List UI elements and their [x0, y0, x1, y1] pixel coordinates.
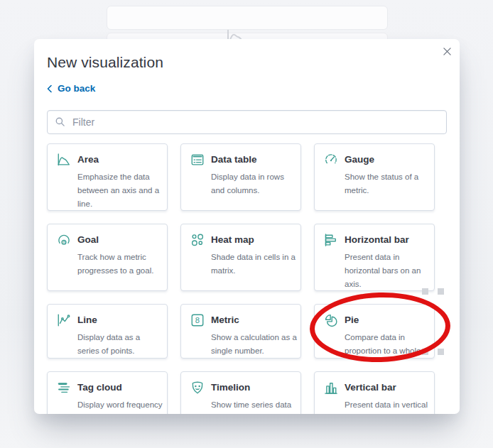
card-title: Timelion — [211, 381, 298, 394]
card-heat-map[interactable]: Heat mapShade data in cells in a matrix. — [180, 224, 301, 291]
card-title: Goal — [77, 234, 164, 246]
card-line[interactable]: LineDisplay data as a series of points. — [47, 304, 168, 359]
card-description: Emphasize the data between an axis and a… — [77, 170, 164, 211]
card-text: MetricShow a calculation as a single num… — [211, 314, 298, 358]
card-description: Shade data in cells in a matrix. — [211, 251, 298, 278]
card-data-table[interactable]: Data tableDisplay data in rows and colum… — [180, 143, 301, 211]
go-back-link[interactable]: Go back — [47, 83, 95, 94]
line-icon — [57, 313, 71, 327]
metric-icon: 8 — [190, 313, 205, 327]
card-goal[interactable]: 8GoalTrack how a metric progresses to a … — [47, 224, 168, 291]
card-title: Gauge — [345, 153, 431, 166]
vis-type-grid: AreaEmphasize the data between an axis a… — [47, 143, 435, 415]
filter-field-wrap — [47, 110, 447, 134]
goal-icon: 8 — [57, 233, 71, 247]
card-description: Display data as a series of points. — [77, 331, 164, 358]
card-description: Compare data in proportion to a whole. — [345, 331, 431, 358]
card-text: Heat mapShade data in cells in a matrix. — [211, 234, 298, 278]
card-area[interactable]: AreaEmphasize the data between an axis a… — [47, 143, 168, 211]
card-text: GoalTrack how a metric progresses to a g… — [77, 234, 164, 278]
annotation-handle-square — [422, 349, 428, 355]
card-description: Show the status of a metric. — [345, 170, 431, 197]
card-tag-cloud[interactable]: Tag cloudDisplay word frequency with fon… — [47, 371, 168, 415]
card-title: Line — [77, 314, 164, 327]
card-title: Metric — [211, 314, 298, 327]
card-description: Show a calculation as a single number. — [211, 331, 298, 358]
background-page-card — [107, 6, 388, 30]
card-description: Present data in vertical bars on an axis… — [345, 398, 431, 415]
new-visualization-modal: New visualization Go back AreaEmphasize … — [34, 39, 460, 414]
card-description: Display data in rows and columns. — [211, 170, 298, 197]
card-title: Tag cloud — [77, 381, 164, 394]
heat-map-icon — [190, 233, 205, 247]
card-text: AreaEmphasize the data between an axis a… — [77, 153, 164, 211]
card-title: Data table — [211, 153, 298, 166]
card-title: Heat map — [211, 234, 298, 246]
card-gauge[interactable]: GaugeShow the status of a metric. — [314, 143, 435, 211]
area-icon — [57, 153, 71, 167]
card-text: GaugeShow the status of a metric. — [345, 153, 431, 197]
annotation-handle-square — [438, 349, 444, 355]
card-text: Tag cloudDisplay word frequency with fon… — [77, 381, 164, 415]
card-description: Track how a metric progresses to a goal. — [77, 251, 164, 278]
card-vertical-bar[interactable]: Vertical barPresent data in vertical bar… — [314, 371, 435, 415]
card-description: Display word frequency with font size. — [77, 398, 164, 415]
chevron-left-icon — [47, 84, 53, 93]
pie-icon — [324, 313, 338, 327]
card-pie[interactable]: PieCompare data in proportion to a whole… — [314, 304, 435, 359]
card-horizontal-bar[interactable]: Horizontal barPresent data in horizontal… — [314, 224, 435, 291]
card-text: Data tableDisplay data in rows and colum… — [211, 153, 298, 197]
go-back-label: Go back — [58, 83, 95, 94]
data-table-icon — [190, 153, 205, 167]
card-timelion[interactable]: TimelionShow time series data on a graph… — [180, 371, 301, 415]
horizontal-bar-icon — [324, 233, 338, 247]
annotation-handle-square — [422, 288, 428, 295]
tag-cloud-icon — [57, 381, 71, 395]
close-icon[interactable] — [440, 45, 453, 58]
vertical-bar-icon — [324, 381, 338, 395]
card-description: Present data in horizontal bars on an ax… — [345, 251, 431, 291]
card-text: TimelionShow time series data on a graph… — [211, 381, 298, 415]
timelion-icon — [190, 381, 205, 395]
gauge-icon — [324, 153, 338, 167]
card-text: LineDisplay data as a series of points. — [77, 314, 164, 358]
page-title: New visualization — [47, 54, 447, 71]
svg-text:8: 8 — [63, 240, 65, 244]
card-title: Pie — [345, 314, 431, 327]
card-text: PieCompare data in proportion to a whole… — [345, 314, 431, 358]
filter-input[interactable] — [47, 110, 447, 134]
annotation-handle-square — [438, 288, 444, 295]
card-text: Horizontal barPresent data in horizontal… — [345, 234, 431, 291]
svg-text:8: 8 — [195, 316, 200, 324]
card-text: Vertical barPresent data in vertical bar… — [345, 381, 431, 415]
card-title: Vertical bar — [345, 381, 431, 394]
card-metric[interactable]: 8MetricShow a calculation as a single nu… — [180, 304, 301, 359]
card-description: Show time series data on a graph. — [211, 398, 298, 415]
card-title: Horizontal bar — [345, 234, 431, 246]
card-title: Area — [77, 153, 164, 166]
